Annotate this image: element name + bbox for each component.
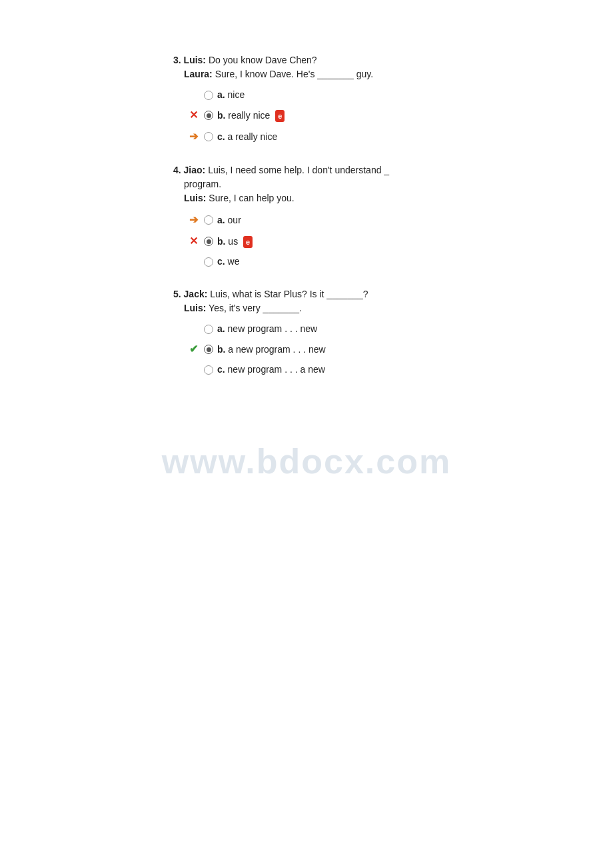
q3-option-a: a. nice	[187, 88, 453, 102]
q3-speaker1: Luis:	[184, 55, 206, 65]
question-4-text: 4. Jiao: Luis, I need some help. I don't…	[173, 163, 453, 205]
q5-c-radio[interactable]	[204, 365, 213, 375]
q3-speaker2: Laura: Sure, I know Dave. He's _______ g…	[184, 69, 373, 79]
q5-b-radio[interactable]	[204, 345, 213, 354]
q3-number: 3.	[173, 55, 181, 65]
q3-c-radio[interactable]	[204, 132, 213, 141]
q4-options: ➔ a. our ✕ b. us e c. we	[187, 212, 453, 269]
q5-option-c: c. new program . . . a new	[187, 363, 453, 377]
question-5-text: 5. Jack: Luis, what is Star Plus? Is it …	[173, 287, 453, 315]
q3-b-indicator: ✕	[187, 107, 200, 123]
q4-option-c: c. we	[187, 255, 453, 269]
q3-b-badge: e	[275, 110, 285, 123]
q4-option-b: ✕ b. us e	[187, 233, 453, 249]
q5-option-a: a. new program . . . new	[187, 322, 453, 336]
q3-c-indicator: ➔	[187, 129, 200, 145]
q3-a-radio[interactable]	[204, 91, 213, 100]
q4-b-badge: e	[243, 236, 253, 249]
q5-a-radio[interactable]	[204, 325, 213, 334]
q5-speaker2-line: Luis: Yes, it's very _______.	[184, 303, 302, 313]
q5-b-label: b. a new program . . . new	[217, 343, 326, 357]
question-3: 3. Luis: Do you know Dave Chen? Laura: S…	[173, 53, 453, 145]
q4-line2: program.	[184, 179, 221, 189]
q4-c-label: c. we	[217, 255, 239, 269]
q4-number: 4.	[173, 165, 181, 175]
q3-a-label: a. nice	[217, 88, 245, 102]
q3-line1: Do you know Dave Chen?	[209, 55, 317, 65]
q5-c-label: c. new program . . . a new	[217, 363, 325, 377]
q5-options: a. new program . . . new ✔ b. a new prog…	[187, 322, 453, 377]
q5-speaker1: Jack:	[184, 289, 208, 299]
q4-option-a: ➔ a. our	[187, 212, 453, 228]
q4-a-radio[interactable]	[204, 215, 213, 225]
q3-option-c: ➔ c. a really nice	[187, 129, 453, 145]
q5-b-indicator: ✔	[187, 341, 200, 357]
main-content: 3. Luis: Do you know Dave Chen? Laura: S…	[0, 0, 453, 377]
q4-speaker2-line: Luis: Sure, I can help you.	[184, 193, 295, 203]
q3-option-b: ✕ b. really nice e	[187, 107, 453, 123]
q5-option-b: ✔ b. a new program . . . new	[187, 341, 453, 357]
q3-b-label: b. really nice e	[217, 109, 285, 123]
q4-b-indicator: ✕	[187, 233, 200, 249]
watermark: www.bdocx.com	[162, 441, 451, 481]
q3-options: a. nice ✕ b. really nice e ➔ c. a really…	[187, 88, 453, 145]
q3-b-radio[interactable]	[204, 111, 213, 120]
question-3-text: 3. Luis: Do you know Dave Chen? Laura: S…	[173, 53, 453, 81]
q5-line1: Luis, what is Star Plus? Is it _______?	[210, 289, 368, 299]
q5-number: 5.	[173, 289, 181, 299]
q4-a-indicator: ➔	[187, 212, 200, 228]
question-4: 4. Jiao: Luis, I need some help. I don't…	[173, 163, 453, 269]
q5-a-label: a. new program . . . new	[217, 322, 317, 336]
q4-line1: Luis, I need some help. I don't understa…	[208, 165, 389, 175]
q4-speaker1: Jiao:	[184, 165, 206, 175]
question-5: 5. Jack: Luis, what is Star Plus? Is it …	[173, 287, 453, 377]
q4-b-label: b. us e	[217, 235, 253, 249]
q4-b-radio[interactable]	[204, 237, 213, 246]
q4-c-radio[interactable]	[204, 257, 213, 267]
q4-a-label: a. our	[217, 213, 241, 227]
q3-c-label: c. a really nice	[217, 130, 277, 144]
